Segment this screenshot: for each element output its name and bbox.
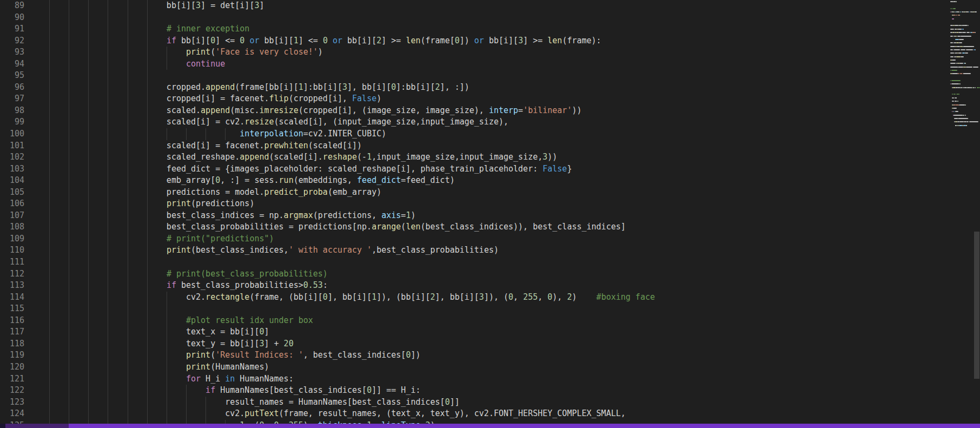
code-text[interactable]: print(HumanNames) <box>30 361 269 373</box>
code-line[interactable]: 116 #plot result idx under box <box>0 315 980 327</box>
line-number[interactable]: 91 <box>0 23 24 35</box>
line-number[interactable]: 116 <box>0 315 24 327</box>
line-number[interactable]: 107 <box>0 210 24 222</box>
line-number[interactable]: 97 <box>0 93 24 105</box>
code-line[interactable]: 122 if HumanNames[best_class_indices[0]]… <box>0 385 980 397</box>
code-text[interactable]: predictions = model.predict_proba(emb_ar… <box>30 187 381 199</box>
code-text[interactable]: if bb[i][0] <= 0 or bb[i][1] <= 0 or bb[… <box>30 35 601 47</box>
code-text[interactable]: scaled_reshape.append(scaled[i].reshape(… <box>30 152 557 163</box>
line-number[interactable]: 113 <box>0 280 24 292</box>
code-line[interactable]: 89 bb[i][3] = det[i][3] <box>0 0 980 12</box>
line-number[interactable]: 99 <box>0 116 24 128</box>
line-number[interactable]: 106 <box>0 198 24 210</box>
code-line[interactable]: 119 print('Result Indices: ', best_class… <box>0 350 980 361</box>
code-text[interactable]: cropped.append(frame[bb[i][1]:bb[i][3], … <box>30 82 469 94</box>
line-number[interactable]: 104 <box>0 175 24 187</box>
code-line[interactable]: 93 print('Face is very close!') <box>0 47 980 58</box>
line-number[interactable]: 110 <box>0 245 24 256</box>
code-text[interactable]: # print("predictions") <box>30 233 274 245</box>
line-number[interactable]: 117 <box>0 326 24 338</box>
code-text[interactable]: result_names = HumanNames[best_class_ind… <box>30 397 460 409</box>
line-number[interactable]: 123 <box>0 397 24 409</box>
code-text[interactable]: # print(best_class_probabilities) <box>30 268 328 280</box>
vertical-scrollbar[interactable] <box>974 0 980 428</box>
code-text[interactable]: print(best_class_indices,' with accuracy… <box>30 245 499 256</box>
code-line[interactable]: 92 if bb[i][0] <= 0 or bb[i][1] <= 0 or … <box>0 35 980 47</box>
code-line[interactable]: 90 <box>0 12 980 24</box>
code-line[interactable]: 91 # inner exception <box>0 23 980 35</box>
code-line[interactable]: 124 cv2.putText(frame, result_names, (te… <box>0 408 980 420</box>
code-text[interactable]: best_class_indices = np.argmax(predictio… <box>30 210 415 222</box>
code-line[interactable]: 112 # print(best_class_probabilities) <box>0 268 980 280</box>
code-line[interactable]: 95 <box>0 70 980 82</box>
code-line[interactable]: 108 best_class_probabilities = predictio… <box>0 221 980 233</box>
code-lines-container[interactable]: 89 bb[i][3] = det[i][3]90 91 # inner exc… <box>0 0 980 428</box>
code-line[interactable]: 121 for H_i in HumanNames: <box>0 373 980 385</box>
code-text[interactable]: emb_array[0, :] = sess.run(embeddings, f… <box>30 175 455 187</box>
line-number[interactable]: 89 <box>0 0 24 12</box>
code-text[interactable]: text_x = bb[i][0] <box>30 326 269 338</box>
code-text[interactable]: if best_class_probabilities>0.53: <box>30 280 328 292</box>
code-line[interactable]: 101 scaled[i] = facenet.prewhiten(scaled… <box>0 140 980 152</box>
code-text[interactable]: print(predictions) <box>30 198 254 210</box>
code-text[interactable]: #plot result idx under box <box>30 315 313 327</box>
minimap[interactable] <box>942 1 976 142</box>
line-number[interactable]: 120 <box>0 361 24 373</box>
code-line[interactable]: 100 interpolation=cv2.INTER_CUBIC) <box>0 128 980 140</box>
line-number[interactable]: 118 <box>0 338 24 350</box>
code-line[interactable]: 103 feed_dict = {images_placeholder: sca… <box>0 163 980 175</box>
code-line[interactable]: 96 cropped.append(frame[bb[i][1]:bb[i][3… <box>0 82 980 94</box>
line-number[interactable]: 112 <box>0 268 24 280</box>
line-number[interactable]: 115 <box>0 303 24 315</box>
line-number[interactable]: 111 <box>0 256 24 268</box>
line-number[interactable]: 122 <box>0 385 24 397</box>
line-number[interactable]: 121 <box>0 373 24 385</box>
line-number[interactable]: 98 <box>0 105 24 117</box>
code-line[interactable]: 113 if best_class_probabilities>0.53: <box>0 280 980 292</box>
code-line[interactable]: 118 text_y = bb[i][3] + 20 <box>0 338 980 350</box>
code-line[interactable]: 115 <box>0 303 980 315</box>
line-number[interactable]: 101 <box>0 140 24 152</box>
code-line[interactable]: 114 cv2.rectangle(frame, (bb[i][0], bb[i… <box>0 292 980 304</box>
code-line[interactable]: 102 scaled_reshape.append(scaled[i].resh… <box>0 152 980 163</box>
line-number[interactable]: 103 <box>0 163 24 175</box>
code-line[interactable]: 109 # print("predictions") <box>0 233 980 245</box>
code-text[interactable]: scaled[i] = cv2.resize(scaled[i], (input… <box>30 116 508 128</box>
code-line[interactable]: 117 text_x = bb[i][0] <box>0 326 980 338</box>
line-number[interactable]: 105 <box>0 187 24 199</box>
code-text[interactable] <box>30 256 167 268</box>
code-line[interactable]: 120 print(HumanNames) <box>0 361 980 373</box>
code-text[interactable]: cropped[i] = facenet.flip(cropped[i], Fa… <box>30 93 381 105</box>
line-number[interactable]: 109 <box>0 233 24 245</box>
code-line[interactable]: 107 best_class_indices = np.argmax(predi… <box>0 210 980 222</box>
line-number[interactable]: 93 <box>0 47 24 58</box>
line-number[interactable]: 102 <box>0 152 24 163</box>
code-line[interactable]: 123 result_names = HumanNames[best_class… <box>0 397 980 409</box>
line-number[interactable]: 92 <box>0 35 24 47</box>
code-line[interactable]: 104 emb_array[0, :] = sess.run(embedding… <box>0 175 980 187</box>
code-text[interactable]: # inner exception <box>30 23 249 35</box>
code-line[interactable]: 111 <box>0 256 980 268</box>
code-text[interactable]: scaled[i] = facenet.prewhiten(scaled[i]) <box>30 140 362 152</box>
line-number[interactable]: 108 <box>0 221 24 233</box>
line-number[interactable]: 124 <box>0 408 24 420</box>
line-number[interactable]: 94 <box>0 58 24 70</box>
code-line[interactable]: 97 cropped[i] = facenet.flip(cropped[i],… <box>0 93 980 105</box>
code-text[interactable]: cv2.putText(frame, result_names, (text_x… <box>30 408 626 420</box>
code-line[interactable]: 105 predictions = model.predict_proba(em… <box>0 187 980 199</box>
code-text[interactable]: cv2.rectangle(frame, (bb[i][0], bb[i][1]… <box>30 292 655 304</box>
scrollbar-thumb[interactable] <box>974 232 979 379</box>
code-text[interactable]: best_class_probabilities = predictions[n… <box>30 221 626 233</box>
code-text[interactable]: feed_dict = {images_placeholder: scaled_… <box>30 163 572 175</box>
line-number[interactable]: 119 <box>0 350 24 361</box>
code-line[interactable]: 106 print(predictions) <box>0 198 980 210</box>
code-line[interactable]: 110 print(best_class_indices,' with accu… <box>0 245 980 256</box>
line-number[interactable]: 90 <box>0 12 24 24</box>
code-text[interactable]: interpolation=cv2.INTER_CUBIC) <box>30 128 386 140</box>
line-number[interactable]: 114 <box>0 292 24 304</box>
line-number[interactable]: 100 <box>0 128 24 140</box>
code-text[interactable] <box>30 70 167 82</box>
code-text[interactable]: scaled.append(misc.imresize(cropped[i], … <box>30 105 582 117</box>
code-line[interactable]: 98 scaled.append(misc.imresize(cropped[i… <box>0 105 980 117</box>
code-line[interactable]: 99 scaled[i] = cv2.resize(scaled[i], (in… <box>0 116 980 128</box>
